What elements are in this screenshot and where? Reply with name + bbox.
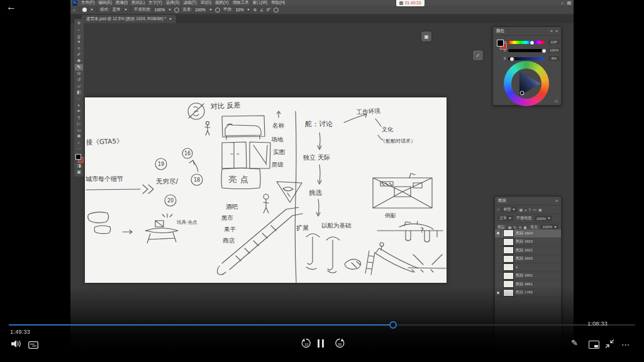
- exit-fullscreen-button[interactable]: [605, 339, 614, 351]
- search-icon[interactable]: ⌕: [561, 1, 564, 6]
- progress-handle[interactable]: [389, 321, 397, 329]
- link-layers-icon[interactable]: ∞: [501, 341, 504, 344]
- adjustment-layer-icon[interactable]: ◒: [520, 341, 523, 344]
- smoothing-value[interactable]: 10%: [235, 8, 243, 12]
- color-panel-corner-icon[interactable]: ⊡: [555, 99, 558, 103]
- brightness-value[interactable]: 8%: [548, 56, 560, 61]
- layer-mask-icon[interactable]: ▢: [529, 341, 533, 345]
- angle-value[interactable]: 0°: [267, 8, 270, 12]
- color-swatches[interactable]: [75, 153, 83, 163]
- tool-button[interactable]: ✎: [75, 64, 83, 70]
- menu-item[interactable]: 图像(I): [116, 0, 128, 6]
- tool-button[interactable]: ⊙: [75, 70, 83, 77]
- filter-adjustment-icon[interactable]: ◒: [525, 208, 527, 212]
- volume-button[interactable]: [11, 339, 22, 351]
- pause-button[interactable]: [318, 339, 326, 348]
- workspace-icon[interactable]: ▤: [567, 1, 571, 6]
- menu-item[interactable]: 窗口(W): [253, 0, 267, 6]
- danmaku-button[interactable]: [28, 340, 38, 351]
- menu-item[interactable]: 滤镜(T): [183, 0, 196, 6]
- foreground-color-swatch[interactable]: [497, 40, 504, 47]
- menu-item[interactable]: 图层(L): [131, 0, 145, 6]
- color-panel-title[interactable]: 颜色: [496, 28, 504, 34]
- tool-button[interactable]: ◧: [75, 89, 83, 96]
- screen-mode-icon[interactable]: ▣: [75, 169, 83, 175]
- tool-button[interactable]: ✦: [75, 39, 83, 45]
- mode-value[interactable]: 正常: [113, 7, 121, 13]
- layer-thumbnail[interactable]: [503, 255, 514, 263]
- status-more-icon[interactable]: ›: [140, 353, 141, 358]
- airbrush-icon[interactable]: [215, 8, 220, 13]
- pressure-size-icon[interactable]: [274, 8, 279, 13]
- menu-item[interactable]: 文件(F): [81, 0, 94, 6]
- layer-row[interactable]: 图层 1901: [495, 272, 561, 281]
- tool-button[interactable]: ⌗: [75, 45, 83, 52]
- menu-item[interactable]: 选择(S): [166, 0, 180, 6]
- tool-button[interactable]: ◐: [75, 102, 83, 108]
- color-wheel[interactable]: [504, 61, 549, 106]
- menu-item[interactable]: 增效工具: [233, 0, 249, 6]
- more-options-button[interactable]: ⋯: [621, 340, 630, 349]
- tool-button[interactable]: T: [75, 114, 83, 121]
- panel-menu-icon[interactable]: ≡: [555, 29, 558, 33]
- collapsed-artboard-panel-icon[interactable]: ▣: [421, 31, 431, 41]
- tool-button[interactable]: ▭: [75, 127, 83, 133]
- filter-shape-icon[interactable]: ▭: [533, 207, 536, 212]
- pip-button[interactable]: [589, 341, 599, 349]
- tool-button[interactable]: ✚: [75, 58, 83, 64]
- foreground-color-swatch[interactable]: [75, 154, 81, 160]
- forward-30-button[interactable]: 30: [333, 338, 346, 349]
- document-tab[interactable]: 速写本.psd @ 12.5% (图层 1924, RGB/8#) *: [82, 15, 176, 23]
- opacity-value[interactable]: 100%: [155, 8, 165, 12]
- brush-preset-icon[interactable]: [82, 8, 87, 12]
- hue-slider[interactable]: [508, 41, 545, 44]
- hue-value[interactable]: 228°: [548, 40, 560, 45]
- gear-icon[interactable]: ⚙: [253, 8, 257, 13]
- zoom-level[interactable]: 12.5%: [86, 353, 97, 358]
- quick-mask-icon[interactable]: ◨: [75, 163, 83, 169]
- layer-row[interactable]: 图层 1921: [495, 246, 561, 255]
- back-button[interactable]: ←: [6, 1, 16, 13]
- layer-thumbnail[interactable]: [503, 272, 514, 280]
- collapsed-properties-panel-icon[interactable]: ✓: [473, 50, 483, 60]
- annotate-button[interactable]: ✎: [571, 338, 578, 348]
- tool-button[interactable]: ✒: [75, 108, 83, 114]
- menu-item[interactable]: 编辑(E): [98, 0, 112, 6]
- layer-thumbnail[interactable]: [503, 229, 514, 237]
- layer-thumbnail[interactable]: [503, 280, 514, 288]
- tool-button[interactable]: ϱ: [75, 33, 83, 39]
- tool-button[interactable]: ↺: [75, 77, 83, 83]
- tool-button[interactable]: ✛: [75, 20, 83, 26]
- search-icon[interactable]: ⌕: [497, 207, 499, 212]
- flow-value[interactable]: 100%: [195, 8, 206, 12]
- eye-icon[interactable]: [495, 229, 501, 238]
- layer-row[interactable]: 1: [495, 263, 561, 272]
- layer-thumbnail[interactable]: [503, 238, 514, 246]
- lock-transparent-icon[interactable]: ▦: [508, 225, 512, 229]
- menu-item[interactable]: 帮助(H): [271, 0, 285, 6]
- filter-type-dropdown[interactable]: 类型: [501, 207, 517, 212]
- home-icon[interactable]: ⌂: [73, 8, 75, 12]
- menu-item[interactable]: 文字(Y): [148, 0, 162, 6]
- layers-panel-title[interactable]: 图层: [498, 198, 506, 204]
- rewind-10-button[interactable]: 10: [300, 338, 313, 349]
- saturation-slider[interactable]: [508, 49, 545, 52]
- top-notification[interactable]: 01:49:33: [396, 0, 425, 6]
- tool-button[interactable]: ◌: [75, 96, 83, 102]
- eye-icon[interactable]: [495, 289, 501, 297]
- tool-button[interactable]: ▷: [75, 121, 83, 127]
- layer-opacity-value[interactable]: 100%: [535, 216, 552, 221]
- delete-layer-icon[interactable]: ⌦: [549, 341, 554, 345]
- filter-smart-icon[interactable]: ▣: [538, 207, 542, 212]
- pressure-opacity-icon[interactable]: [174, 8, 179, 13]
- layer-row[interactable]: 图层 1861: [495, 280, 561, 289]
- tool-button[interactable]: ✐: [75, 52, 83, 58]
- layer-row[interactable]: 图层 1920: [495, 255, 561, 264]
- layer-row[interactable]: 图层 1923: [495, 238, 561, 247]
- progress-bar[interactable]: [9, 324, 635, 326]
- tool-button[interactable]: ⋯: [75, 146, 83, 152]
- layer-thumbnail[interactable]: [503, 263, 514, 271]
- color-wheel-triangle[interactable]: [504, 61, 549, 106]
- menu-item[interactable]: 视图(V): [215, 0, 229, 6]
- canvas[interactable]: 对比 反差 名称 场地 实图 层级 舵：讨论 工作环境: [85, 97, 447, 283]
